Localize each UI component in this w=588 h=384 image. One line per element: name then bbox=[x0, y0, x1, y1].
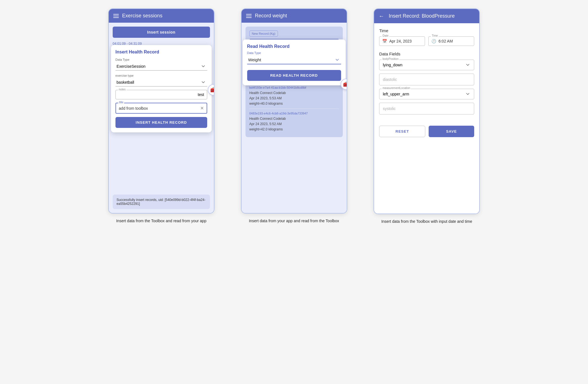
body-position-select[interactable]: lying_down bbox=[383, 63, 471, 67]
screen1-body: Insert session 04:01:09 - 04:31:09 My Ru… bbox=[109, 23, 214, 213]
measurement-item-2: 0483e193-e4c6-4cb8-a19d-3e95da733947 Hea… bbox=[249, 109, 339, 134]
measurement-uuid-1: bd4f193e-e7a4-41aa-b1bb-50441b8cd8bf bbox=[249, 85, 339, 90]
time-value: 6:02 AM bbox=[438, 39, 453, 43]
insert-session-button[interactable]: Insert session bbox=[113, 27, 210, 38]
date-time-row: Date 📅 Apr 24, 2023 Time 🕐 6:02 AM bbox=[379, 36, 474, 46]
read-health-record-button[interactable]: READ HEALTH RECORD bbox=[247, 70, 341, 81]
measurement-date-2: Apr 24 2023, 5:52 AM bbox=[249, 121, 339, 127]
insert-health-record-button[interactable]: INSERT HEALTH RECORD bbox=[115, 117, 207, 128]
notes-legend: notes bbox=[118, 88, 126, 91]
screen1-phone: Exercise sessions Insert session 04:01:0… bbox=[108, 8, 214, 214]
dialog-title: Insert Health Record bbox=[115, 50, 207, 55]
time-field[interactable]: Time 🕐 6:02 AM bbox=[428, 36, 474, 46]
toolbox-icon-1: 🧰 bbox=[210, 87, 214, 93]
measurement-uuid-2: 0483e193-e4c6-4cb8-a19d-3e95da733947 bbox=[249, 111, 339, 116]
bottom-buttons: RESET SAVE bbox=[379, 126, 474, 137]
screen1-header: Exercise sessions bbox=[109, 9, 214, 23]
measurement-location-select[interactable]: left_upper_arm bbox=[383, 92, 471, 96]
screen3-body: Time Date 📅 Apr 24, 2023 Time 🕐 6:02 bbox=[374, 23, 479, 214]
measurement-item-1: bd4f193e-e7a4-41aa-b1bb-50441b8cd8bf Hea… bbox=[249, 83, 339, 109]
diastolic-placeholder: diastolic bbox=[383, 77, 397, 82]
time-section-title: Time bbox=[379, 28, 474, 33]
notes-field[interactable]: notes bbox=[115, 90, 207, 99]
weight-data-type-select[interactable]: Weight bbox=[247, 56, 341, 64]
screen1-caption: Insert data from the Toolbox and read fr… bbox=[116, 218, 206, 224]
menu-icon-2[interactable] bbox=[246, 14, 252, 18]
clock-icon: 🕐 bbox=[431, 39, 436, 43]
read-dialog-title: Read Health Record bbox=[247, 44, 341, 49]
back-arrow-icon[interactable]: ← bbox=[379, 13, 384, 19]
screen1-title: Exercise sessions bbox=[122, 13, 162, 19]
reset-button[interactable]: RESET bbox=[379, 126, 425, 137]
save-button[interactable]: SAVE bbox=[429, 126, 474, 137]
measurement-location-field[interactable]: measurementLocation left_upper_arm bbox=[379, 89, 474, 99]
calendar-icon: 📅 bbox=[382, 39, 387, 43]
measurement-date-1: Apr 24 2023, 5:53 AM bbox=[249, 96, 339, 101]
exercise-type-label: exercise type bbox=[115, 74, 207, 77]
time-legend: Time bbox=[431, 34, 439, 37]
diastolic-field[interactable]: diastolic bbox=[379, 74, 474, 85]
systolic-field[interactable]: systolic bbox=[379, 103, 474, 114]
date-field[interactable]: Date 📅 Apr 24, 2023 bbox=[379, 36, 425, 46]
data-type-select[interactable]: ExerciseSession bbox=[115, 62, 207, 71]
data-fields-title: Data Fields bbox=[379, 51, 474, 56]
menu-icon[interactable] bbox=[113, 14, 119, 18]
measurement-source-1: Health Connect Codelab bbox=[249, 90, 339, 96]
data-type-label: Data Type bbox=[115, 58, 207, 61]
exercise-type-select[interactable]: basketball bbox=[115, 78, 207, 86]
title-value: add from toolbox bbox=[119, 106, 148, 111]
notes-input[interactable] bbox=[119, 92, 204, 97]
title-legend: title bbox=[118, 101, 124, 104]
screen2-header: Record weight bbox=[242, 9, 347, 23]
measurement-value-2: weight=42.0 kilograms bbox=[249, 127, 339, 132]
success-banner: Successfully insert records, uid: [540e0… bbox=[113, 195, 210, 209]
date-legend: Date bbox=[382, 34, 389, 37]
toolbox-icon-2: 🧰 bbox=[343, 81, 347, 87]
systolic-placeholder: systolic bbox=[383, 106, 396, 111]
body-position-field[interactable]: bodyPosition lying_down bbox=[379, 60, 474, 70]
new-record-label: New Record (Kg) bbox=[249, 31, 278, 37]
screen2-body: New Record (Kg) Add Previous Measurement… bbox=[242, 23, 347, 213]
read-health-record-dialog: Read Health Record Data Type Weight READ… bbox=[243, 39, 346, 85]
screen2-caption: Insert data from your app and read from … bbox=[249, 218, 339, 224]
measurement-source-2: Health Connect Codelab bbox=[249, 116, 339, 121]
measurement-value-1: weight=40.0 kilograms bbox=[249, 101, 339, 106]
clear-icon[interactable]: ✕ bbox=[200, 106, 204, 111]
screen2-phone: Record weight New Record (Kg) Add Previo… bbox=[241, 8, 347, 214]
read-data-type-label: Data Type bbox=[247, 51, 341, 55]
success-text: Successfully insert records, uid: [540e0… bbox=[117, 198, 206, 206]
screen3-phone: ← Insert Record: BloodPressure Time Date… bbox=[374, 8, 480, 214]
date-value: Apr 24, 2023 bbox=[389, 39, 412, 43]
screen3-caption: Insert data from the Toolbox with input … bbox=[381, 219, 472, 224]
screen3-title: Insert Record: BloodPressure bbox=[389, 13, 455, 19]
title-field[interactable]: title add from toolbox ✕ bbox=[115, 103, 207, 114]
measurement-location-legend: measurementLocation bbox=[382, 86, 411, 90]
insert-health-record-dialog: Insert Health Record Data Type ExerciseS… bbox=[111, 45, 212, 132]
screen3-header: ← Insert Record: BloodPressure bbox=[374, 9, 479, 23]
body-position-legend: bodyPosition bbox=[382, 57, 399, 60]
screen2-title: Record weight bbox=[255, 13, 287, 19]
